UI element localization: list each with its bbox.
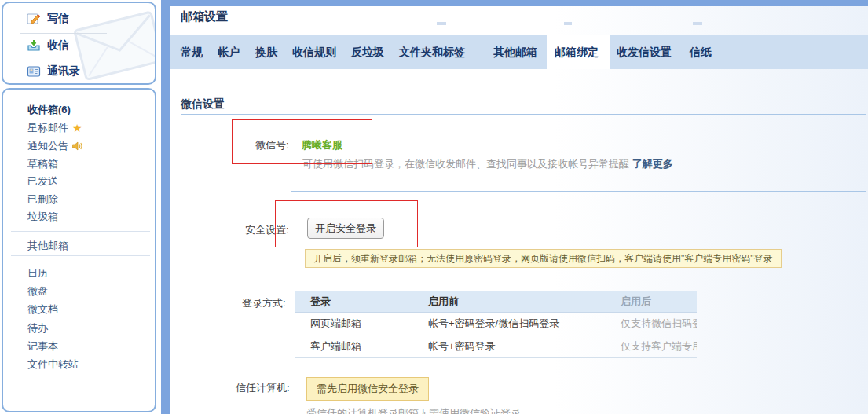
sidebar-item-drafts[interactable]: 草稿箱 — [27, 157, 58, 171]
wechat-id-label: 微信号: — [255, 138, 289, 152]
wedoc-label: 微文档 — [27, 302, 58, 317]
trusted-computer-badge: 需先启用微信安全登录 — [306, 377, 429, 401]
star-icon: ★ — [72, 123, 82, 134]
folders-panel: 收件箱(6) 星标邮件 ★ 通知公告 草稿箱 已发送 已删除 垃圾箱 其他邮箱 — [2, 88, 156, 412]
divider — [20, 60, 107, 60]
page-title: 邮箱设置 — [181, 9, 228, 24]
cell-client-before: 帐号+密码登录 — [408, 339, 597, 354]
junk-label: 垃圾箱 — [27, 210, 58, 224]
compose-panel: 写信 收信 通讯录 — [2, 2, 156, 85]
tab-general[interactable]: 常规 — [181, 35, 203, 69]
tab-skin[interactable]: 换肤 — [255, 35, 277, 69]
divider — [20, 33, 107, 34]
cell-web-after: 仅支持微信扫码登录 — [597, 317, 697, 331]
wechat-id-value: 腾曦客服 — [302, 138, 342, 152]
frame-artifact — [564, 22, 572, 25]
secure-login-tooltip: 开启后，须重新登录邮箱；无法使用原密码登录，网页版请使用微信扫码，客户端请使用"… — [305, 249, 782, 268]
tab-account[interactable]: 帐户 — [218, 35, 240, 69]
section-divider — [291, 191, 866, 192]
inbox-label: 收件箱(6) — [27, 103, 71, 117]
sidebar-item-notes[interactable]: 记事本 — [27, 339, 58, 354]
sidebar-item-file-transfer[interactable]: 文件中转站 — [27, 357, 79, 372]
sidebar-item-other-mail[interactable]: 其他邮箱 — [27, 239, 68, 253]
login-method-table: 登录 启用前 启用后 网页端邮箱 帐号+密码登录/微信扫码登录 仅支持微信扫码登… — [295, 291, 697, 358]
trusted-computer-description: 受信任的计算机登录邮箱无需使用微信验证登录 — [306, 406, 521, 414]
starred-label: 星标邮件 — [27, 121, 68, 135]
divider — [11, 255, 150, 256]
top-frame-bar — [161, 0, 868, 6]
enable-secure-login-button[interactable]: 开启安全登录 — [307, 218, 384, 239]
frame-artifact — [693, 22, 702, 25]
cell-client-after: 仅支持客户端专用密码 — [597, 339, 697, 354]
sidebar-item-junk[interactable]: 垃圾箱 — [27, 210, 58, 224]
file-transfer-label: 文件中转站 — [27, 357, 79, 372]
table-header-row: 登录 启用前 启用后 — [295, 291, 697, 313]
sidebar-item-inbox[interactable]: 收件箱(6) — [27, 103, 71, 117]
announcements-label: 通知公告 — [27, 139, 68, 153]
tab-stationery[interactable]: 信纸 — [690, 35, 712, 69]
section-underline — [181, 114, 866, 115]
tab-antispam[interactable]: 反垃圾 — [351, 35, 384, 69]
tab-mailbox-binding[interactable]: 邮箱绑定 — [555, 35, 599, 69]
contacts-icon — [27, 64, 41, 79]
cell-web-before: 帐号+密码登录/微信扫码登录 — [408, 317, 597, 331]
inbox-icon — [27, 38, 41, 53]
sidebar-item-announcements[interactable]: 通知公告 — [27, 139, 82, 153]
section-title-wechat-settings: 微信设置 — [181, 97, 225, 112]
receive-button[interactable]: 收信 — [27, 38, 69, 53]
todo-label: 待办 — [27, 321, 48, 335]
drafts-label: 草稿箱 — [27, 157, 58, 171]
cell-client-mail: 客户端邮箱 — [295, 339, 408, 354]
compose-button[interactable]: 写信 — [27, 12, 69, 26]
tab-inbox-rules[interactable]: 收信规则 — [292, 35, 336, 69]
tab-other-mailbox[interactable]: 其他邮箱 — [493, 35, 537, 69]
sidebar-item-sent[interactable]: 已发送 — [27, 174, 58, 189]
weipan-label: 微盘 — [27, 284, 48, 299]
tab-send-receive-settings[interactable]: 收发信设置 — [617, 35, 672, 69]
divider — [11, 231, 150, 232]
table-row: 客户端邮箱 帐号+密码登录 仅支持客户端专用密码 — [295, 335, 697, 358]
wechat-description: 可使用微信扫码登录，在微信收发邮件、查找同事以及接收帐号异常提醒 了解更多 — [302, 157, 673, 171]
pencil-icon — [27, 12, 41, 26]
sidebar-item-deleted[interactable]: 已删除 — [27, 192, 58, 207]
sidebar-item-weipan[interactable]: 微盘 — [27, 284, 48, 299]
learn-more-link[interactable]: 了解更多 — [632, 158, 673, 170]
sent-label: 已发送 — [27, 174, 58, 189]
notes-label: 记事本 — [27, 339, 58, 354]
contacts-label: 通讯录 — [47, 64, 80, 79]
sidebar-item-wedoc[interactable]: 微文档 — [27, 302, 58, 317]
other-mail-label: 其他邮箱 — [27, 239, 68, 253]
header-after-enable: 启用后 — [597, 295, 697, 309]
cell-web-mail: 网页端邮箱 — [295, 317, 408, 331]
receive-label: 收信 — [47, 38, 69, 53]
contacts-button[interactable]: 通讯录 — [27, 64, 80, 79]
tab-folders-labels[interactable]: 文件夹和标签 — [399, 35, 465, 69]
vertical-frame-bar — [161, 0, 170, 414]
wechat-description-text: 可使用微信扫码登录，在微信收发邮件、查找同事以及接收帐号异常提醒 — [302, 158, 632, 170]
calendar-label: 日历 — [27, 266, 48, 280]
frame-artifact — [437, 22, 446, 25]
header-before-enable: 启用前 — [408, 295, 597, 309]
sidebar-item-starred[interactable]: 星标邮件 ★ — [27, 121, 82, 135]
speaker-icon — [72, 141, 82, 151]
deleted-label: 已删除 — [27, 192, 58, 207]
security-settings-label: 安全设置: — [245, 223, 289, 237]
sidebar-item-calendar[interactable]: 日历 — [27, 266, 48, 280]
header-login: 登录 — [295, 295, 408, 309]
table-row: 网页端邮箱 帐号+密码登录/微信扫码登录 仅支持微信扫码登录 — [295, 313, 697, 335]
mail-settings-page: 写信 收信 通讯录 收件箱(6) 星标邮件 ★ — [0, 0, 868, 414]
trusted-computer-label: 信任计算机: — [236, 381, 290, 395]
compose-label: 写信 — [47, 12, 69, 26]
login-method-label: 登录方式: — [242, 296, 286, 310]
sidebar-item-todo[interactable]: 待办 — [27, 321, 48, 335]
